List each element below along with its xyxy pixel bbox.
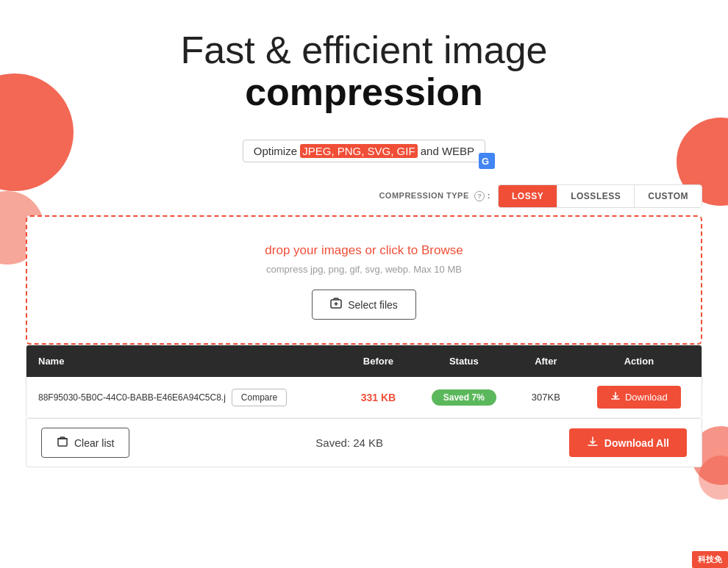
svg-rect-5 [58,439,67,446]
file-name-cell: 88F95030-5B0C-44C0-BABB-E46E6A94C5C8.j C… [26,377,344,418]
compression-lossy-button[interactable]: LOSSY [499,185,557,207]
download-all-label: Download All [604,437,669,449]
subtitle-highlight: JPEG, PNG, SVG, GIF [300,144,417,158]
before-size-cell: 331 KB [344,377,413,418]
compression-type-label: COMPRESSION TYPE ? : [379,191,490,201]
subtitle-prefix: Optimize [254,145,300,157]
subtitle-box: Optimize JPEG, PNG, SVG, GIF and WEBP G [243,140,485,162]
col-header-action: Action [577,345,702,377]
compression-label-text: COMPRESSION TYPE [379,191,468,200]
before-size: 331 KB [361,392,396,403]
status-badge: Saved 7% [432,389,496,406]
select-files-icon [330,298,342,312]
file-table: Name Before Status After Action 88F95030… [26,345,702,418]
content-section: COMPRESSION TYPE ? : LOSSY LOSSLESS CUST… [15,184,713,467]
after-size-cell: 307KB [515,377,577,418]
drop-zone-title: drop your images or click to Browse [42,243,686,258]
compression-type-row: COMPRESSION TYPE ? : LOSSY LOSSLESS CUST… [26,184,702,208]
subtitle-suffix: and WEBP [418,145,475,157]
download-all-icon [587,436,599,450]
clear-list-button[interactable]: Clear list [41,428,129,458]
col-header-name: Name [26,345,344,377]
col-header-after: After [515,345,577,377]
compare-button[interactable]: Compare [232,389,287,406]
clear-list-label: Clear list [74,437,114,449]
table-header-row: Name Before Status After Action [26,345,702,377]
drop-zone[interactable]: drop your images or click to Browse comp… [26,215,702,345]
download-icon [610,391,621,403]
compression-custom-button[interactable]: CUSTOM [635,185,702,207]
header-title-light: Fast & efficient image compression [15,29,713,113]
download-all-button[interactable]: Download All [569,428,687,457]
header-title-bold-text: compression [15,71,713,113]
compression-help-icon[interactable]: ? [474,191,485,201]
drop-zone-subtitle: compress jpg, png, gif, svg, webp. Max 1… [42,264,686,275]
download-button[interactable]: Download [597,386,681,409]
file-table-wrapper: Name Before Status After Action 88F95030… [26,345,702,419]
compression-lossless-button[interactable]: LOSSLESS [557,185,635,207]
bottom-bar: Clear list Saved: 24 KB Download All [26,419,702,467]
table-row: 88F95030-5B0C-44C0-BABB-E46E6A94C5C8.j C… [26,377,702,418]
col-header-before: Before [344,345,413,377]
translate-icon: G [479,153,495,169]
svg-text:G: G [482,156,489,167]
select-files-button[interactable]: Select files [312,290,416,320]
compression-type-buttons: LOSSY LOSSLESS CUSTOM [498,184,702,208]
action-cell: Download [577,377,702,418]
header-title-light-text: Fast & efficient image [180,29,547,71]
trash-icon [57,436,68,450]
download-label: Download [625,392,668,403]
watermark-badge: 科技免 [692,551,728,568]
subtitle-bar: Optimize JPEG, PNG, SVG, GIF and WEBP G [15,140,713,162]
col-header-status: Status [413,345,515,377]
page-header: Fast & efficient image compression [15,0,713,128]
saved-text: Saved: 24 KB [315,436,383,449]
select-files-label: Select files [348,299,398,311]
status-cell: Saved 7% [413,377,515,418]
after-size: 307KB [532,392,560,403]
file-name-text: 88F95030-5B0C-44C0-BABB-E46E6A94C5C8.j [38,392,226,403]
